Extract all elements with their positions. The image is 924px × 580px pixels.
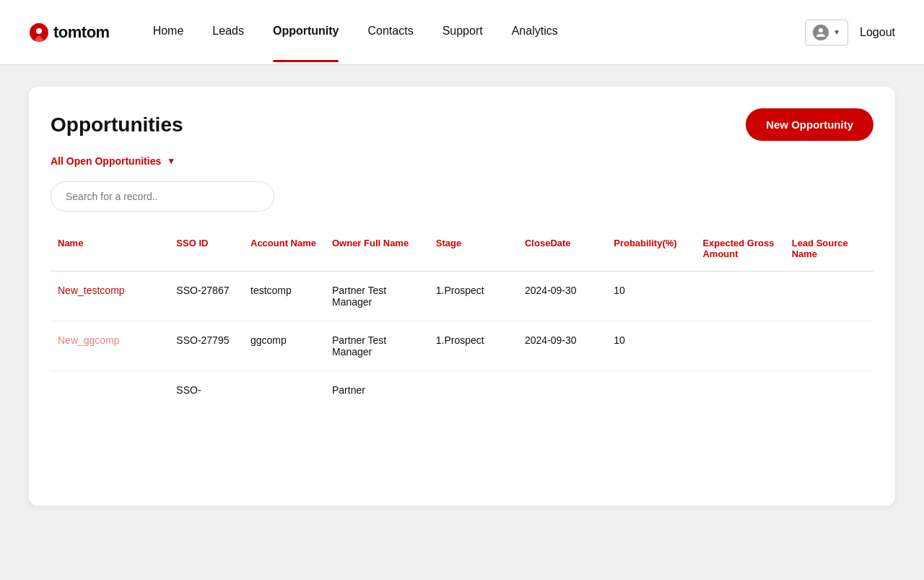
opportunity-name-link[interactable]: New_ggcomp [58,334,120,346]
col-header-close-date: CloseDate [518,229,606,272]
cell-close-date: 2024-09-30 [518,272,606,321]
col-header-sso-id: SSO ID [169,229,243,272]
cell-name: New_ggcomp [51,321,169,371]
cell-account-name: testcomp [243,272,325,321]
cell-stage: 1.Prospect [429,321,518,371]
logo[interactable]: tomtom [29,22,110,43]
opportunities-table: Name SSO ID Account Name Owner Full Name… [51,229,873,409]
filter-chevron-icon[interactable]: ▼ [167,156,175,166]
cell-sso-id: SSO-27795 [169,321,243,371]
cell-account-name: ggcomp [243,321,325,371]
cell-stage: 1.Prospect [429,272,518,321]
header-right: ▼ Logout [805,20,895,46]
main-content: Opportunities New Opportunity All Open O… [0,65,924,527]
cell-probability [606,371,695,410]
new-opportunity-button[interactable]: New Opportunity [746,108,873,141]
nav-leads[interactable]: Leads [212,25,244,40]
cell-account-name [243,371,325,410]
logo-text: tomtom [53,23,110,42]
logout-button[interactable]: Logout [860,26,895,39]
person-icon [816,27,826,38]
cell-lead-source-name [785,371,873,410]
svg-point-2 [819,28,823,33]
cell-expected-gross-amount [695,321,784,371]
svg-point-1 [36,28,42,34]
nav-analytics[interactable]: Analytics [512,25,558,40]
user-avatar-icon [813,25,829,40]
chevron-down-icon: ▼ [833,28,840,36]
nav-opportunity[interactable]: Opportunity [273,25,339,40]
opportunity-name-link[interactable]: New_testcomp [58,285,125,296]
cell-expected-gross-amount [695,272,784,321]
cell-probability: 10 [606,272,695,321]
cell-close-date: 2024-09-30 [518,321,606,371]
filter-row: All Open Opportunities ▼ [51,155,873,167]
cell-expected-gross-amount [695,371,784,410]
card-header: Opportunities New Opportunity [51,108,873,141]
opportunities-card: Opportunities New Opportunity All Open O… [29,87,895,506]
cell-owner-full-name: Partner [325,371,429,410]
table-body: New_testcomp SSO-27867 testcomp Partner … [51,272,873,410]
col-header-name: Name [51,229,169,272]
nav-support[interactable]: Support [443,25,483,40]
user-menu-button[interactable]: ▼ [805,20,848,46]
cell-close-date [518,371,606,410]
col-header-owner-full-name: Owner Full Name [325,229,429,272]
filter-label[interactable]: All Open Opportunities [51,155,161,167]
cell-name [51,371,169,410]
col-header-probability: Probability(%) [606,229,695,272]
page-title: Opportunities [51,113,183,137]
search-container [51,181,873,212]
cell-stage [429,371,518,410]
nav-home[interactable]: Home [153,25,184,40]
cell-lead-source-name [785,321,873,371]
table-row: New_ggcomp SSO-27795 ggcomp Partner Test… [51,321,873,371]
col-header-expected-gross-amount: Expected Gross Amount [695,229,784,272]
table-header-row: Name SSO ID Account Name Owner Full Name… [51,229,873,272]
table-row: SSO- Partner [51,371,873,410]
cell-probability: 10 [606,321,695,371]
header: tomtom Home Leads Opportunity Contacts S… [0,0,924,65]
search-input[interactable] [51,181,274,212]
cell-sso-id: SSO- [169,371,243,410]
table-row: New_testcomp SSO-27867 testcomp Partner … [51,272,873,321]
cell-owner-full-name: Partner Test Manager [325,272,429,321]
logo-icon [29,22,49,43]
col-header-stage: Stage [429,229,518,272]
cell-owner-full-name: Partner Test Manager [325,321,429,371]
col-header-account-name: Account Name [243,229,325,272]
nav-contacts[interactable]: Contacts [367,25,413,40]
main-nav: Home Leads Opportunity Contacts Support … [153,25,806,40]
table-header: Name SSO ID Account Name Owner Full Name… [51,229,873,272]
col-header-lead-source-name: Lead Source Name [785,229,873,272]
cell-lead-source-name [785,272,873,321]
cell-sso-id: SSO-27867 [169,272,243,321]
cell-name: New_testcomp [51,272,169,321]
